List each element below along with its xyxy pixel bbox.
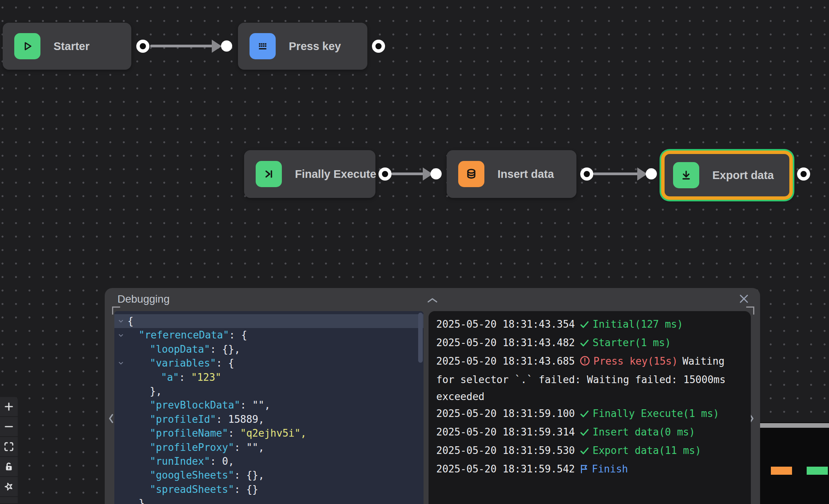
json-row: "spreadSheets": {} [114,482,424,496]
database-icon [458,161,484,187]
connection-wire [392,172,424,175]
check-icon [579,425,590,442]
fit-view-button[interactable] [0,437,18,456]
log-entry: 2025-05-20 18:31:43.482Starter(1 ms) [436,334,737,353]
check-icon [579,407,590,424]
json-row: "profileName": "q2ejhv5i", [114,426,424,440]
debugging-panel: Debugging { "referenceData": { "l [105,288,760,504]
execution-log[interactable]: 2025-05-20 18:31:43.354Initial(127 ms) 2… [429,311,751,504]
fold-chevron-icon[interactable] [118,356,124,370]
json-row: "a": "123" [114,370,424,384]
node-insert-data[interactable]: Insert data [447,150,576,198]
minimap-node-green [807,467,828,475]
minimap[interactable] [760,422,829,504]
node-press-key[interactable]: Press key [238,23,367,70]
output-port-insert-data[interactable] [580,167,593,181]
json-row: "loopData": {}, [114,342,424,356]
flag-icon [579,462,589,479]
json-row: "prevBlockData": "", [114,398,424,412]
json-row: "runIndex": 0, [114,454,424,468]
log-entry: 2025-05-20 18:31:43.685Press key(15s)Wai… [436,353,737,405]
log-entry: 2025-05-20 18:31:59.530Export data(11 ms… [436,442,737,460]
error-icon [579,354,590,371]
log-entry: 2025-05-20 18:31:59.542Finish [436,460,737,479]
json-row: { [114,314,424,328]
output-port-finally-execute[interactable] [378,167,392,181]
reference-data-json-view[interactable]: { "referenceData": { "loopData": {}, "va… [114,311,424,504]
output-port-starter[interactable] [136,40,149,53]
fold-chevron-icon[interactable] [118,314,124,328]
close-icon[interactable] [738,293,750,305]
json-row: "profileProxy": "", [114,440,424,454]
node-label: Press key [289,40,341,53]
minimap-viewport-bar [760,423,829,428]
input-port-insert-data[interactable] [430,168,442,179]
json-row: }, [114,384,424,398]
log-entry: 2025-05-20 18:31:59.314Insert data(0 ms) [436,424,737,442]
node-export-data[interactable]: Export data [661,151,793,200]
arrowhead-icon [212,40,222,53]
log-entry: 2025-05-20 18:31:43.354Initial(127 ms) [436,316,737,334]
node-label: Export data [712,169,774,182]
check-icon [579,444,590,460]
download-icon [673,162,699,188]
node-label: Insert data [497,168,554,181]
minimap-node-orange [771,467,792,475]
fold-chevron-icon[interactable] [118,328,124,342]
chevron-left-icon[interactable] [108,413,114,424]
zoom-in-button[interactable] [0,397,18,416]
keyboard-icon [250,33,276,59]
canvas-toolbar [0,397,18,503]
toolbar-button-partial[interactable] [0,497,18,503]
skip-to-end-icon [256,161,282,187]
json-row: "referenceData": { [114,328,424,342]
input-port-export-data[interactable] [646,168,657,179]
log-entry: 2025-05-20 18:31:59.100Finally Execute(1… [436,405,737,424]
node-label: Finally Execute [295,168,376,181]
scrollbar-thumb[interactable] [418,313,423,363]
play-icon [14,33,40,59]
check-icon [579,317,590,334]
collapse-panel-button[interactable] [427,297,438,304]
node-label: Starter [54,40,90,53]
json-row: "variables": { [114,356,424,370]
connection-wire [593,172,639,175]
node-finally-execute[interactable]: Finally Execute [244,150,375,198]
json-row: "profileId": 15889, [114,412,424,426]
unlock-button[interactable] [0,457,18,476]
json-row: } [114,496,424,504]
check-icon [579,336,590,353]
output-port-export-data[interactable] [797,167,810,181]
panel-title: Debugging [117,293,169,305]
workflow-editor: Starter Press key Finally Execute [0,0,829,504]
connection-wire [150,45,213,47]
node-starter[interactable]: Starter [3,23,131,70]
output-port-press-key[interactable] [372,40,385,53]
star-pointer-button[interactable] [0,477,18,496]
json-row: "googleSheets": {}, [114,468,424,482]
zoom-out-button[interactable] [0,417,18,436]
input-port-press-key[interactable] [221,40,232,52]
